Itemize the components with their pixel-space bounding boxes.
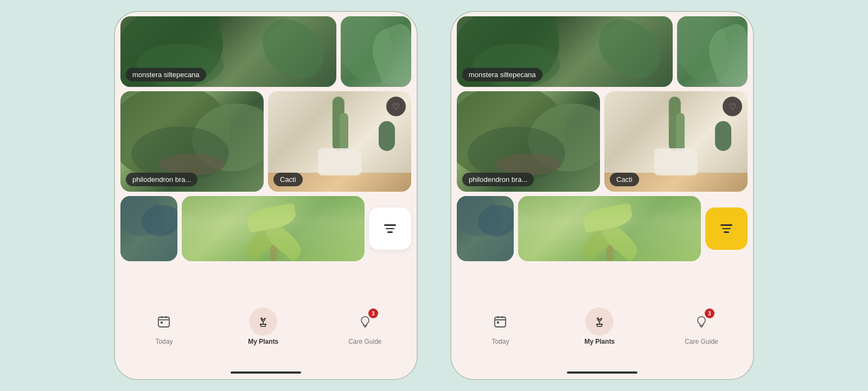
nav-today-right[interactable]: Today bbox=[486, 307, 514, 345]
svg-rect-4 bbox=[161, 321, 163, 324]
monstera-label-left: monstera siltepecana bbox=[126, 68, 206, 81]
care-guide-badge-right: 3 bbox=[705, 308, 714, 318]
philodendron-card-left[interactable]: philodendron bra... bbox=[120, 91, 264, 192]
philodendron-label-left: philodendron bra... bbox=[126, 173, 197, 186]
today-label-left: Today bbox=[155, 338, 173, 345]
care-guide-label-right: Care Guide bbox=[685, 338, 718, 345]
monstera-label-right: monstera siltepecana bbox=[462, 68, 542, 81]
home-indicator-left bbox=[115, 370, 417, 379]
row-1-right: monstera siltepecana bbox=[457, 16, 748, 87]
filter-button-yellow-right[interactable] bbox=[705, 207, 748, 250]
care-guide-badge-left: 3 bbox=[368, 308, 378, 318]
care-guide-icon-wrap-left: 3 bbox=[351, 307, 379, 336]
filter-line-3 bbox=[387, 231, 393, 233]
my-plants-label-left: My Plants bbox=[248, 338, 278, 345]
philodendron-card-right[interactable]: philodendron bra... bbox=[457, 91, 600, 192]
cacti-label-right: Cacti bbox=[610, 173, 639, 186]
heart-button-right[interactable]: ♡ bbox=[723, 97, 742, 116]
filter-button-white-left[interactable] bbox=[369, 207, 411, 250]
my-plants-icon-wrap-left bbox=[249, 307, 277, 336]
phone-left: monstera siltepecana philodendron bra... bbox=[114, 11, 418, 380]
philodendron-label-right: philodendron bra... bbox=[462, 173, 534, 186]
today-label-right: Today bbox=[492, 338, 509, 345]
my-plants-label-right: My Plants bbox=[584, 338, 615, 345]
plant-grid-right: monstera siltepecana philodendron bra... bbox=[451, 12, 753, 300]
svg-rect-0 bbox=[158, 317, 169, 327]
care-guide-icon-wrap-right: 3 bbox=[687, 307, 716, 336]
today-icon-wrap-left bbox=[150, 307, 178, 336]
filter-icon-right bbox=[720, 224, 732, 233]
row-2-right: philodendron bra... ♡ Cacti bbox=[457, 91, 748, 192]
monstera-card-main-left[interactable]: monstera siltepecana bbox=[120, 16, 336, 87]
phone-right: monstera siltepecana philodendron bra... bbox=[450, 11, 754, 380]
nav-care-guide-left[interactable]: 3 Care Guide bbox=[348, 307, 381, 345]
row-1-left: monstera siltepecana bbox=[120, 16, 411, 87]
nav-my-plants-right[interactable]: My Plants bbox=[584, 307, 615, 345]
small-plant-card-right[interactable] bbox=[457, 196, 514, 261]
plant-pot-icon-right bbox=[592, 314, 607, 329]
svg-rect-11 bbox=[497, 321, 499, 324]
row-2-left: philodendron bra... ♡ Cacti bbox=[120, 91, 411, 192]
my-plants-icon-wrap-right bbox=[585, 307, 614, 336]
small-plant-card-left[interactable] bbox=[120, 196, 177, 261]
cacti-card-left[interactable]: ♡ Cacti bbox=[268, 91, 411, 192]
cacti-card-right[interactable]: ♡ Cacti bbox=[604, 91, 748, 192]
svg-rect-7 bbox=[495, 317, 506, 327]
nav-today-left[interactable]: Today bbox=[150, 307, 178, 345]
monstera-card-main-right[interactable]: monstera siltepecana bbox=[457, 16, 673, 87]
filter-line-1 bbox=[384, 224, 396, 226]
calendar-icon-left bbox=[157, 314, 171, 329]
filter-line-1-right bbox=[720, 224, 732, 226]
filter-line-2 bbox=[386, 228, 394, 230]
nav-care-guide-right[interactable]: 3 Care Guide bbox=[685, 307, 718, 345]
row-3-left bbox=[120, 196, 411, 261]
today-icon-wrap-right bbox=[486, 307, 514, 336]
plant-grid-left: monstera siltepecana philodendron bra... bbox=[115, 12, 417, 300]
filter-line-3-right bbox=[724, 231, 729, 233]
care-guide-label-left: Care Guide bbox=[348, 338, 381, 345]
home-indicator-right bbox=[451, 370, 753, 379]
medium-plant-card-left[interactable] bbox=[182, 196, 365, 261]
bottom-nav-right: Today My Plants bbox=[451, 300, 753, 370]
plant-pot-icon-left bbox=[256, 314, 270, 329]
heart-button-left[interactable]: ♡ bbox=[386, 97, 406, 116]
monstera-side-card-left[interactable] bbox=[341, 16, 411, 87]
filter-icon-left bbox=[384, 224, 396, 233]
bottom-nav-left: Today My Plants bbox=[115, 300, 417, 370]
nav-my-plants-left[interactable]: My Plants bbox=[248, 307, 278, 345]
row-3-right bbox=[457, 196, 748, 261]
cacti-label-left: Cacti bbox=[273, 173, 303, 186]
filter-line-2-right bbox=[722, 228, 731, 230]
monstera-side-card-right[interactable] bbox=[677, 16, 748, 87]
calendar-icon-right bbox=[493, 314, 507, 329]
medium-plant-card-right[interactable] bbox=[518, 196, 701, 261]
